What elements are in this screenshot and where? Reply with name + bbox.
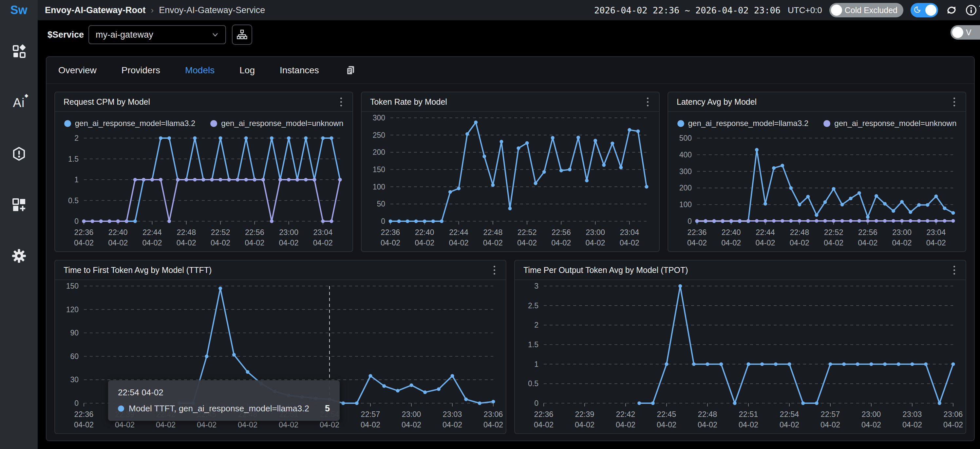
dark-mode-toggle[interactable] [910,3,938,17]
svg-text:04-02: 04-02 [780,420,799,429]
legend-item[interactable]: gen_ai_response_model=llama3.2 [64,119,196,128]
svg-text:0: 0 [687,217,692,225]
breadcrumb-root[interactable]: Envoy-AI-Gateway-Root [45,5,146,15]
svg-text:120: 120 [66,305,79,314]
chart-svg: 00.511.522.5322:3604-0222:3904-0222:4204… [515,280,966,433]
chart-card-request-cpm: Request CPM by Model gen_ai_response_mod… [54,92,353,252]
sidebar-item-settings[interactable] [11,248,27,264]
svg-text:04-02: 04-02 [821,420,840,429]
charts-grid: Request CPM by Model gen_ai_response_mod… [46,84,974,441]
svg-text:2.5: 2.5 [528,301,538,310]
svg-text:0.5: 0.5 [68,196,79,205]
card-menu-kebab-icon[interactable] [951,264,957,276]
chart-canvas-tpot[interactable]: 00.511.522.5322:3604-0222:3904-0222:4204… [515,280,966,433]
topology-button[interactable] [232,25,252,45]
chart-svg: 05010015020025030022:3604-0222:4004-0222… [362,112,659,251]
svg-text:22:36: 22:36 [74,410,94,419]
refresh-button[interactable] [945,4,958,16]
svg-text:22:40: 22:40 [415,228,434,236]
sidebar-item-dashboards[interactable] [11,197,27,213]
svg-text:2: 2 [74,134,79,142]
svg-text:04-02: 04-02 [108,239,128,247]
tab-bar: Overview Providers Models Log Instances [46,57,974,84]
svg-text:22:40: 22:40 [722,228,741,236]
svg-text:04-02: 04-02 [74,239,94,247]
svg-text:04-02: 04-02 [115,420,135,429]
svg-text:0: 0 [381,217,385,225]
svg-text:04-02: 04-02 [721,239,741,247]
chart-canvas-token-rate[interactable]: 05010015020025030022:3604-0222:4004-0222… [362,112,659,251]
tab-providers[interactable]: Providers [121,65,160,76]
legend-item[interactable]: gen_ai_response_model=unknown [823,119,956,128]
sidebar-item-alerting[interactable] [11,146,27,162]
svg-text:0.5: 0.5 [528,379,538,388]
time-range[interactable]: 2026-04-02 22:36 ~ 2026-04-02 23:06 [594,5,781,15]
legend-dot-icon [823,120,830,127]
sidebar-item-ai[interactable]: Ai◆ [11,95,27,111]
app-logo[interactable]: Sw ) [0,0,38,20]
chart-canvas-request-cpm[interactable]: 00.511.5222:3604-0222:4004-0222:4404-022… [55,132,352,251]
cold-excluded-toggle[interactable]: Cold Excluded [829,3,904,17]
service-bar: $Service my-ai-gateway V [38,20,980,49]
legend-item[interactable]: gen_ai_response_model=unknown [210,119,343,128]
svg-text:30: 30 [70,375,79,384]
svg-text:1.5: 1.5 [528,340,538,349]
svg-text:60: 60 [70,352,79,361]
svg-text:0: 0 [534,399,538,408]
chart-svg: 00.511.5222:3604-0222:4004-0222:4404-022… [55,132,352,251]
tab-log[interactable]: Log [239,65,255,76]
chart-legend: gen_ai_response_model=llama3.2gen_ai_res… [668,114,966,132]
info-button[interactable] [965,4,977,16]
card-menu-kebab-icon[interactable] [951,95,957,108]
svg-text:04-02: 04-02 [320,420,339,429]
svg-text:04-02: 04-02 [279,420,298,429]
tab-models[interactable]: Models [185,65,215,76]
svg-text:22:57: 22:57 [821,410,840,419]
svg-text:23:00: 23:00 [402,410,421,419]
svg-text:0: 0 [74,217,79,225]
legend-label: gen_ai_response_model=llama3.2 [75,119,196,128]
svg-text:23:04: 23:04 [620,228,639,236]
breadcrumb-current[interactable]: Envoy-AI-Gateway-Service [159,5,265,15]
service-select[interactable]: my-ai-gateway [88,25,226,44]
view-toggle[interactable]: V [951,25,980,40]
breadcrumb-separator-icon: › [151,5,154,15]
svg-text:04-02: 04-02 [620,239,640,247]
svg-text:04-02: 04-02 [575,420,595,429]
dashboard-blocks-icon [11,44,27,59]
svg-text:04-02: 04-02 [449,239,468,247]
svg-text:22:36: 22:36 [74,228,94,236]
toggle-knob [831,5,842,16]
legend-item[interactable]: gen_ai_response_model=llama3.2 [677,119,809,128]
svg-text:22:48: 22:48 [698,410,718,419]
svg-text:1: 1 [74,175,79,184]
legend-dot-icon [210,120,217,127]
copy-pages-icon[interactable] [345,65,356,76]
svg-text:22:36: 22:36 [381,228,400,236]
svg-text:04-02: 04-02 [861,420,881,429]
tab-instances[interactable]: Instances [280,65,319,76]
svg-text:22:48: 22:48 [177,228,196,236]
card-menu-kebab-icon[interactable] [645,95,651,108]
legend-label: gen_ai_response_model=unknown [221,119,343,128]
toggle-knob [925,5,936,16]
card-menu-kebab-icon[interactable] [338,95,344,108]
chart-canvas-latency-avg[interactable]: 010020030040050022:3604-0222:4004-0222:4… [668,132,966,251]
card-menu-kebab-icon[interactable] [492,264,497,276]
svg-text:04-02: 04-02 [442,420,462,429]
sidebar-item-marketplace[interactable] [11,44,27,60]
svg-text:22:42: 22:42 [616,410,635,419]
svg-text:04-02: 04-02 [177,239,196,247]
svg-text:04-02: 04-02 [484,420,503,429]
svg-text:04-02: 04-02 [892,239,912,247]
breadcrumb: Envoy-AI-Gateway-Root › Envoy-AI-Gateway… [45,5,265,15]
svg-text:22:40: 22:40 [108,228,128,236]
svg-text:90: 90 [70,328,79,337]
tab-overview[interactable]: Overview [58,65,97,76]
svg-text:23:03: 23:03 [903,410,922,419]
svg-text:150: 150 [373,165,385,174]
svg-text:04-02: 04-02 [74,420,94,429]
timezone-label[interactable]: UTC+0:0 [788,5,822,15]
sparkle-icon: ◆ [25,93,29,98]
svg-text:2: 2 [534,321,538,329]
